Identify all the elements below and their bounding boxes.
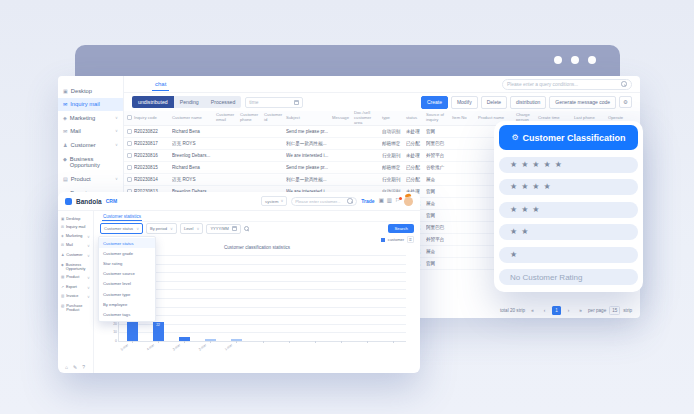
row-checkbox[interactable] (127, 177, 132, 182)
sidebar-item-business-opportunity[interactable]: ◆Business Opportunity (58, 152, 123, 172)
month-picker-input[interactable]: YYYY/MM (206, 224, 240, 234)
sidebar-item-invoice[interactable]: ▥Invoice∨ (58, 292, 93, 302)
modify-button[interactable]: Modify (451, 96, 478, 109)
sidebar-item-product[interactable]: ▤Product∨ (58, 273, 93, 283)
table-cell: 迈克 ROYS (172, 177, 216, 182)
business-opportunity-icon: ◆ (61, 263, 64, 267)
dropdown-option-customer-level[interactable]: Customer level (99, 279, 155, 289)
tab-bar: chat Please enter a query conditions... (124, 76, 640, 93)
delete-button[interactable]: Delete (481, 96, 507, 109)
sidebar-item-product[interactable]: ▤Product∨ (58, 173, 123, 187)
sidebar-item-mail[interactable]: ✉Mail∨ (58, 125, 123, 139)
search-button[interactable]: Search (388, 224, 414, 233)
pager-item[interactable]: » (576, 306, 585, 315)
filter-pending[interactable]: Pending (174, 96, 205, 108)
period-select[interactable]: By period ∨ (146, 223, 177, 234)
dropdown-option-customer-status[interactable]: Customer status (99, 238, 155, 248)
sidebar-item-label: Desktop (71, 88, 118, 95)
x-axis-tick (315, 341, 316, 343)
create-button[interactable]: Create (421, 96, 448, 109)
rating-row-3-star[interactable]: ★★★ (499, 202, 638, 218)
sidebar-item-customer[interactable]: ♟Customer∨ (58, 139, 123, 153)
sidebar-item-purchase-product[interactable]: ▧Purchase Product (58, 302, 93, 315)
dropdown-option-by-employee[interactable]: By employee (99, 299, 155, 309)
dropdown-option-star-rating[interactable]: Star rating (99, 258, 155, 268)
settings-gear-icon[interactable]: ⚙ (619, 96, 632, 108)
row-checkbox[interactable] (127, 153, 132, 158)
pager-item[interactable]: › (564, 306, 573, 315)
card-body: ★★★★★★★★★★★★★★★No Customer Rating (499, 157, 638, 286)
rating-row-5-star[interactable]: ★★★★★ (499, 157, 638, 173)
trade-link[interactable]: Trade (361, 198, 374, 204)
window-control-dot[interactable] (571, 56, 579, 64)
column-header: Message (332, 116, 354, 121)
window-control-dot[interactable] (554, 56, 562, 64)
x-axis-tick (236, 341, 237, 343)
column-header: Subject (286, 116, 332, 121)
marketing-icon: ◈ (61, 234, 64, 238)
dropdown-option-customer-type[interactable]: Customer type (99, 289, 155, 299)
rating-row-4-star[interactable]: ★★★★ (499, 179, 638, 195)
pager-item[interactable]: ‹ (540, 306, 549, 315)
pager-item[interactable]: « (528, 306, 537, 315)
table-cell: 未处理 (406, 153, 426, 158)
query-search-input[interactable]: Please enter a query conditions... (502, 79, 632, 90)
page-size-select[interactable]: 15 (609, 306, 620, 315)
window-control-dot[interactable] (588, 56, 596, 64)
sidebar-item-desktop[interactable]: ▣Desktop (58, 84, 123, 98)
grid-icon[interactable]: ▣ (379, 198, 384, 204)
rating-row-none[interactable]: No Customer Rating (499, 269, 638, 285)
filter-undistributed[interactable]: undistributed (132, 96, 174, 108)
dropdown-option-customer-source[interactable]: Customer source (99, 269, 155, 279)
table-cell: R20230814 (134, 177, 172, 182)
level-select[interactable]: Level ∨ (180, 223, 204, 234)
sidebar-item-mail[interactable]: ✉Mail∨ (58, 241, 93, 251)
sidebar-item-desktop[interactable]: ▣Desktop (58, 215, 93, 223)
bell-icon[interactable]: ⚐ (395, 198, 400, 204)
sidebar-item-marketing[interactable]: ◈Marketing∨ (58, 111, 123, 125)
logo-icon (65, 198, 72, 205)
dropdown-option-customer-tags[interactable]: Customer tags (99, 309, 155, 319)
tab-chat[interactable]: chat (152, 77, 169, 91)
row-checkbox[interactable] (127, 129, 132, 134)
sidebar-item-label: Invoice (66, 294, 85, 298)
legend-label: customer (388, 237, 404, 242)
dropdown-option-customer-grade[interactable]: Customer grade (99, 248, 155, 258)
rating-row-2-star[interactable]: ★★ (499, 224, 638, 240)
edit-icon[interactable]: ✎ (73, 364, 77, 370)
classification-select[interactable]: Customer status ∨ (100, 223, 143, 234)
sidebar-item-inquiry-mail[interactable]: ✉Inquiry mail (58, 223, 93, 231)
rating-row-1-star[interactable]: ★ (499, 247, 638, 263)
sidebar-item-inquiry-mail[interactable]: ✉Inquiry mail (58, 98, 123, 112)
pager-item[interactable]: 1 (552, 306, 561, 315)
stage: ▣Desktop✉Inquiry mail◈Marketing∨✉Mail∨♟C… (0, 0, 694, 414)
sidebar-item-export[interactable]: ↗Export∨ (58, 283, 93, 293)
home-icon[interactable]: ⌂ (65, 364, 68, 370)
table-cell: 官网 (426, 213, 452, 218)
grid-line (119, 272, 406, 273)
system-select[interactable]: system ∨ (261, 196, 287, 207)
sidebar-item-label: Business Opportunity (66, 263, 90, 272)
sidebar-item-marketing[interactable]: ◈Marketing∨ (58, 232, 93, 242)
user-avatar[interactable] (404, 197, 413, 206)
distribution-button[interactable]: distribution (510, 96, 546, 109)
help-icon[interactable]: ? (82, 364, 85, 370)
star-icons: ★★★★ (510, 183, 555, 191)
chevron-down-icon: ∨ (87, 243, 90, 249)
filter-processed[interactable]: Processed (205, 96, 242, 108)
sidebar-item-customer[interactable]: ♟Customer∨ (58, 251, 93, 261)
customer-search-input[interactable]: Please enter customer... (291, 197, 357, 206)
search-icon[interactable] (244, 226, 250, 232)
stats-sidebar: ▣Desktop✉Inquiry mail◈Marketing∨✉Mail∨♟C… (58, 211, 94, 373)
row-checkbox[interactable] (127, 141, 132, 146)
tab-customer-statistics[interactable]: Customer statistics (102, 212, 142, 221)
select-all-checkbox[interactable] (127, 115, 132, 120)
apps-icon[interactable]: ▥ (387, 198, 392, 204)
stats-tab-bar: Customer statistics (100, 211, 414, 222)
time-filter-input[interactable]: time (245, 97, 303, 108)
sidebar-item-business-opportunity[interactable]: ◆Business Opportunity (58, 261, 93, 274)
row-checkbox[interactable] (127, 165, 132, 170)
generate-message-code-button[interactable]: Generate message code (549, 96, 616, 109)
window-controls (554, 56, 596, 64)
chart-menu-icon[interactable]: ≡ (407, 236, 414, 244)
